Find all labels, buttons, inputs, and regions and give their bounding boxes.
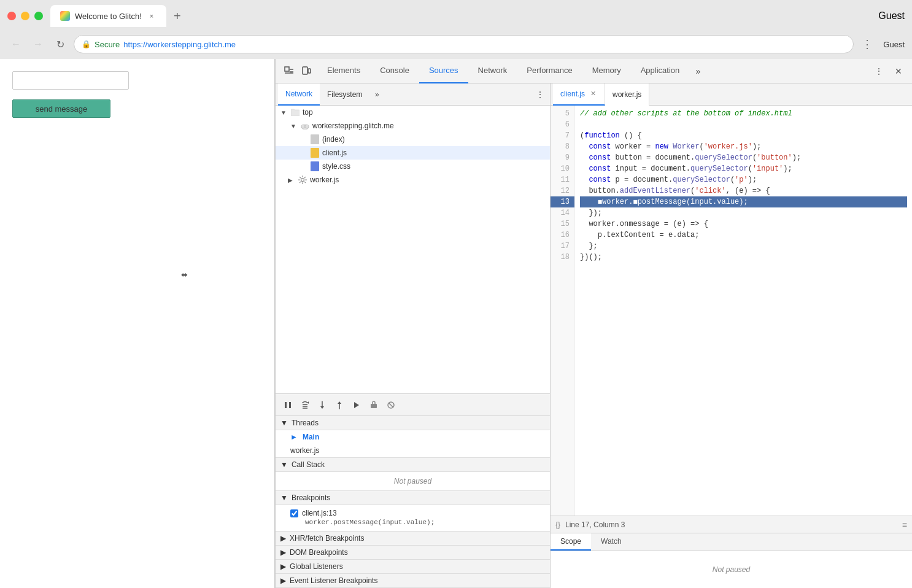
- scope-panel: Scope Watch Not paused: [551, 533, 912, 588]
- tree-item-clientjs[interactable]: ▶ client.js: [276, 146, 550, 160]
- call-stack-not-paused: Not paused: [276, 472, 550, 490]
- event-arrow: ▶: [280, 576, 286, 585]
- close-clientjs-tab[interactable]: ✕: [589, 90, 597, 98]
- step-out-button[interactable]: [332, 398, 347, 412]
- title-bar: Welcome to Glitch! × + Guest: [0, 0, 912, 32]
- scope-tab-scope[interactable]: Scope: [551, 533, 591, 551]
- breakpoint-item-1: client.js:13 worker.postMessage(input.va…: [276, 505, 550, 531]
- devtools-close-button[interactable]: ✕: [890, 63, 907, 80]
- editor-tab-clientjs[interactable]: client.js ✕: [553, 83, 605, 106]
- tab-network[interactable]: Network: [468, 59, 517, 83]
- svg-rect-4: [303, 67, 307, 74]
- file-tab-network[interactable]: Network: [278, 83, 320, 106]
- tab-performance[interactable]: Performance: [517, 59, 582, 83]
- dom-label: DOM Breakpoints: [290, 548, 348, 557]
- call-stack-section-header[interactable]: ▼ Call Stack: [276, 458, 550, 472]
- breakpoints-section-header[interactable]: ▼ Breakpoints: [276, 491, 550, 505]
- threads-label: Threads: [292, 419, 319, 427]
- global-section-header[interactable]: ▶ Global Listeners: [276, 560, 550, 574]
- file-panel-menu-button[interactable]: ⋮: [533, 87, 547, 102]
- secure-text: Secure: [95, 40, 120, 49]
- tab-sources[interactable]: Sources: [419, 59, 468, 83]
- editor-tab-workerjs[interactable]: worker.js: [605, 83, 649, 106]
- message-input[interactable]: [12, 71, 129, 90]
- more-file-tabs-button[interactable]: »: [369, 87, 384, 102]
- send-message-button[interactable]: send message: [12, 99, 110, 118]
- svg-rect-21: [371, 404, 377, 408]
- tree-item-top[interactable]: ▼ top: [276, 106, 550, 119]
- tree-item-stylecss[interactable]: ▶ style.css: [276, 160, 550, 173]
- code-line-12: button.addEventListener('click', (e) => …: [580, 185, 907, 196]
- xhr-label: XHR/fetch Breakpoints: [290, 534, 364, 543]
- debug-panel: ▼ Threads ► Main worker.js: [276, 393, 550, 588]
- code-editor[interactable]: 5 6 7 8 9 10 11 12 13 14 15 16 17 18: [551, 106, 912, 516]
- tab-memory[interactable]: Memory: [582, 59, 631, 83]
- minimize-button[interactable]: [21, 12, 29, 20]
- thread-worker[interactable]: worker.js: [276, 444, 550, 457]
- deactivate-breakpoints-button[interactable]: [384, 398, 398, 412]
- format-button[interactable]: ≡: [902, 520, 907, 530]
- folder-icon-top: [290, 107, 300, 117]
- tree-item-domain[interactable]: ▼ workerstepping.glitch.me: [276, 119, 550, 133]
- devtools-settings-button[interactable]: ⋮: [870, 63, 887, 80]
- close-button[interactable]: [7, 12, 16, 20]
- reload-button[interactable]: ↻: [52, 36, 69, 53]
- dom-arrow: ▶: [280, 548, 286, 557]
- devtools-toolbar: Elements Console Sources Network Perform…: [276, 59, 912, 83]
- secure-icon: 🔒: [82, 40, 91, 48]
- file-tree: ▼ top ▼ workerstepping.glitch.me: [276, 106, 550, 393]
- tab-bar: Welcome to Glitch! × +: [50, 5, 188, 27]
- tree-item-index[interactable]: ▶ (index): [276, 133, 550, 146]
- tree-arrow-top: ▼: [280, 109, 288, 116]
- call-stack-content: Not paused: [276, 472, 550, 491]
- line-numbers: 5 6 7 8 9 10 11 12 13 14 15 16 17 18: [551, 106, 575, 516]
- breakpoint-checkbox[interactable]: [290, 509, 298, 517]
- new-tab-button[interactable]: +: [166, 5, 188, 27]
- address-url: https://workerstepping.glitch.me: [123, 40, 236, 49]
- guest-label: Guest: [878, 10, 905, 21]
- scope-tab-watch[interactable]: Watch: [591, 533, 632, 551]
- forward-button[interactable]: →: [29, 36, 47, 53]
- file-tab-filesystem[interactable]: Filesystem: [320, 83, 369, 106]
- device-toolbar-button[interactable]: [298, 63, 315, 80]
- page-content: send message ⬌ Elements Console Sources …: [0, 59, 912, 588]
- blackbox-button[interactable]: [366, 398, 381, 412]
- tree-label-index: (index): [322, 135, 345, 144]
- breakpoint-code-text: worker.postMessage(input.value);: [290, 517, 535, 527]
- code-line-14: });: [580, 207, 907, 219]
- threads-section-header[interactable]: ▼ Threads: [276, 416, 550, 430]
- svg-point-9: [301, 179, 304, 182]
- thread-main[interactable]: ► Main: [276, 430, 550, 444]
- browser-menu-button[interactable]: ⋮: [859, 36, 876, 53]
- tree-label-stylecss: style.css: [322, 162, 350, 171]
- step-over-button[interactable]: [298, 398, 312, 412]
- call-stack-arrow: ▼: [280, 460, 288, 469]
- tab-close-button[interactable]: ×: [147, 11, 157, 21]
- dom-section-header[interactable]: ▶ DOM Breakpoints: [276, 546, 550, 560]
- main-thread-label: Main: [303, 433, 319, 441]
- step-button[interactable]: [349, 398, 364, 412]
- global-label: Global Listeners: [290, 562, 343, 571]
- tab-application[interactable]: Application: [631, 59, 690, 83]
- editor-tabs: client.js ✕ worker.js: [551, 83, 912, 106]
- code-content: // add other scripts at the bottom of in…: [575, 106, 912, 516]
- address-bar[interactable]: 🔒 Secure https://workerstepping.glitch.m…: [74, 35, 854, 53]
- breakpoints-arrow: ▼: [280, 493, 288, 502]
- xhr-section-header[interactable]: ▶ XHR/fetch Breakpoints: [276, 532, 550, 546]
- tree-item-workerjs[interactable]: ▶ worker.js: [276, 173, 550, 187]
- file-icon-clientjs: [310, 148, 320, 158]
- code-line-15: worker.onmessage = (e) => {: [580, 219, 907, 230]
- browser-tab[interactable]: Welcome to Glitch! ×: [50, 5, 166, 27]
- left-panel: Network Filesystem » ⋮ ▼ top: [276, 83, 551, 588]
- back-button[interactable]: ←: [7, 36, 25, 53]
- svg-point-8: [305, 125, 309, 128]
- inspect-element-button[interactable]: [280, 63, 298, 80]
- more-tabs-button[interactable]: »: [689, 63, 706, 80]
- step-into-button[interactable]: [315, 398, 330, 412]
- pause-button[interactable]: [280, 398, 295, 412]
- breakpoint-file-label: client.js:13: [302, 509, 337, 517]
- maximize-button[interactable]: [34, 12, 43, 20]
- tab-elements[interactable]: Elements: [317, 59, 370, 83]
- tab-console[interactable]: Console: [370, 59, 419, 83]
- event-section-header[interactable]: ▶ Event Listener Breakpoints: [276, 574, 550, 588]
